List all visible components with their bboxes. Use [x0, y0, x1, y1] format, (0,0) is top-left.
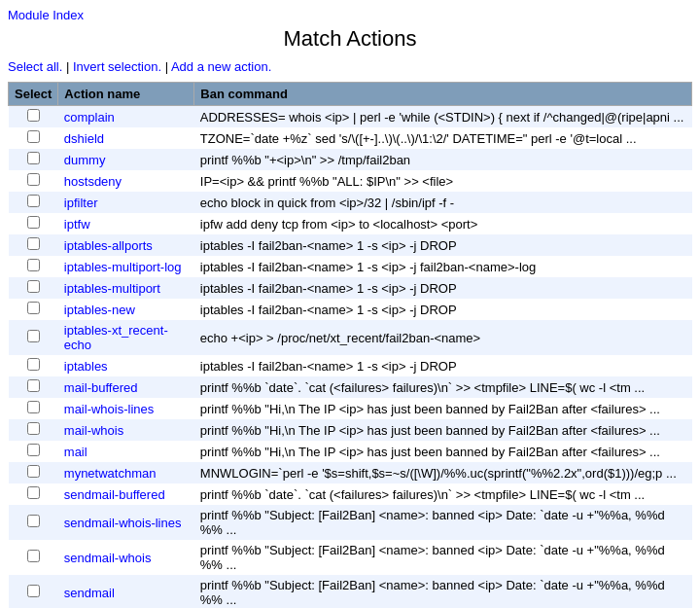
row-checkbox-cell	[9, 213, 58, 234]
action-name-link[interactable]: sendmail	[64, 586, 115, 600]
row-checkbox-cell	[9, 106, 58, 128]
table-header-row: Select Action name Ban command	[9, 83, 692, 106]
action-name-link[interactable]: mail-buffered	[64, 380, 138, 395]
row-checkbox[interactable]	[27, 109, 40, 122]
ban-command-cell: printf %%b "Subject: [Fail2Ban] <name>: …	[194, 505, 692, 540]
table-row: iptables-xt_recent-echoecho +<ip> > /pro…	[9, 320, 692, 355]
action-name-link[interactable]: mynetwatchman	[64, 466, 157, 481]
action-name-link[interactable]: iptables-multiport	[64, 281, 160, 296]
action-name-link[interactable]: dummy	[64, 153, 106, 167]
ban-command-cell: iptables -I fail2ban-<name> 1 -s <ip> -j…	[194, 355, 692, 376]
action-name-cell: iptables-multiport	[58, 277, 194, 299]
action-name-link[interactable]: dshield	[64, 131, 104, 146]
table-row: sendmailprintf %%b "Subject: [Fail2Ban] …	[9, 575, 692, 608]
ban-command-cell: iptables -I fail2ban-<name> 1 -s <ip> -j…	[194, 234, 692, 256]
action-name-cell: iptables	[58, 355, 194, 376]
table-row: iptfwipfw add deny tcp from <ip> to <loc…	[9, 213, 692, 234]
row-checkbox[interactable]	[27, 152, 40, 164]
action-name-link[interactable]: complain	[64, 110, 115, 125]
table-row: mynetwatchmanMNWLOGIN=`perl -e '$s=shift…	[9, 462, 692, 483]
action-name-link[interactable]: mail-whois	[64, 423, 123, 438]
row-checkbox[interactable]	[27, 302, 40, 314]
ban-command-cell: printf %%b `date`. `cat (<failures> fail…	[194, 483, 692, 505]
action-name-cell: sendmail-buffered	[58, 483, 194, 505]
table-row: sendmail-bufferedprintf %%b `date`. `cat…	[9, 483, 692, 505]
action-name-cell: sendmail	[58, 575, 194, 608]
row-checkbox-cell	[9, 170, 58, 192]
row-checkbox-cell	[9, 355, 58, 376]
row-checkbox-cell	[9, 299, 58, 320]
action-name-cell: iptables-multiport-log	[58, 256, 194, 277]
action-name-link[interactable]: iptfw	[64, 217, 90, 232]
action-name-link[interactable]: sendmail-whois	[64, 551, 152, 565]
action-name-link[interactable]: iptables-new	[64, 303, 135, 317]
row-checkbox-cell	[9, 419, 58, 441]
ban-command-cell: ipfw add deny tcp from <ip> to <localhos…	[194, 213, 692, 234]
row-checkbox[interactable]	[27, 280, 40, 293]
row-checkbox[interactable]	[27, 486, 40, 499]
table-row: hostsdenyIP=<ip> && printf %%b "ALL: $IP…	[9, 170, 692, 192]
top-add-new-link[interactable]: Add a new action.	[171, 59, 271, 74]
ban-command-cell: iptables -I fail2ban-<name> 1 -s <ip> -j…	[194, 277, 692, 299]
table-row: mailprintf %%b "Hi,\n The IP <ip> has ju…	[9, 441, 692, 462]
ban-command-cell: TZONE=`date +%z` sed 's/\([+-]..\)\(..\)…	[194, 127, 692, 149]
header-checkbox-cell: Select	[9, 83, 58, 106]
action-name-link[interactable]: iptables-multiport-log	[64, 260, 182, 274]
row-checkbox[interactable]	[27, 173, 40, 186]
ban-command-cell: iptables -I fail2ban-<name> 1 -s <ip> -j…	[194, 299, 692, 320]
top-invert-selection-link[interactable]: Invert selection.	[73, 59, 161, 74]
row-checkbox-cell	[9, 398, 58, 419]
row-checkbox[interactable]	[27, 237, 40, 250]
row-checkbox-cell	[9, 256, 58, 277]
action-name-cell: sendmail-whois-lines	[58, 505, 194, 540]
action-name-cell: iptfw	[58, 213, 194, 234]
row-checkbox[interactable]	[27, 216, 40, 229]
row-checkbox[interactable]	[27, 330, 40, 342]
action-name-link[interactable]: hostsdeny	[64, 174, 122, 189]
table-row: iptables-newiptables -I fail2ban-<name> …	[9, 299, 692, 320]
action-name-link[interactable]: iptables-xt_recent-echo	[64, 323, 168, 352]
page-title: Match Actions	[8, 26, 692, 52]
row-checkbox[interactable]	[27, 195, 40, 207]
ban-command-cell: printf %%b "Subject: [Fail2Ban] <name>: …	[194, 575, 692, 608]
row-checkbox[interactable]	[27, 130, 40, 143]
col-ban-command: Ban command	[194, 83, 692, 106]
row-checkbox[interactable]	[27, 550, 40, 562]
row-checkbox-cell	[9, 127, 58, 149]
action-name-cell: mynetwatchman	[58, 462, 194, 483]
table-row: mail-whoisprintf %%b "Hi,\n The IP <ip> …	[9, 419, 692, 441]
row-checkbox[interactable]	[27, 515, 40, 527]
action-name-cell: iptables-allports	[58, 234, 194, 256]
row-checkbox[interactable]	[27, 358, 40, 371]
ban-command-cell: printf %%b "Hi,\n The IP <ip> has just b…	[194, 398, 692, 419]
row-checkbox[interactable]	[27, 465, 40, 478]
action-name-cell: dummy	[58, 149, 194, 170]
row-checkbox[interactable]	[27, 444, 40, 456]
row-checkbox[interactable]	[27, 401, 40, 413]
action-name-cell: mail-whois	[58, 419, 194, 441]
row-checkbox[interactable]	[27, 259, 40, 271]
action-name-link[interactable]: sendmail-whois-lines	[64, 516, 182, 530]
row-checkbox-cell	[9, 540, 58, 575]
action-name-link[interactable]: ipfilter	[64, 196, 98, 210]
action-name-link[interactable]: iptables	[64, 359, 108, 374]
ban-command-cell: printf %%b `date`. `cat (<failures> fail…	[194, 376, 692, 398]
table-row: sendmail-whois-linesprintf %%b "Subject:…	[9, 505, 692, 540]
module-index-link[interactable]: Module Index	[8, 8, 84, 22]
action-name-link[interactable]: iptables-allports	[64, 238, 153, 253]
ban-command-cell: echo +<ip> > /proc/net/xt_recent/fail2ba…	[194, 320, 692, 355]
row-checkbox[interactable]	[27, 422, 40, 435]
ban-command-cell: IP=<ip> && printf %%b "ALL: $IP\n" >> <f…	[194, 170, 692, 192]
row-checkbox[interactable]	[27, 585, 40, 597]
select-label: Select	[15, 87, 52, 101]
row-checkbox[interactable]	[27, 379, 40, 392]
action-name-link[interactable]: sendmail-buffered	[64, 487, 165, 502]
ban-command-cell: echo block in quick from <ip>/32 | /sbin…	[194, 192, 692, 213]
table-row: iptables-multiportiptables -I fail2ban-<…	[9, 277, 692, 299]
top-select-all-link[interactable]: Select all.	[8, 59, 62, 74]
row-checkbox-cell	[9, 505, 58, 540]
table-row: iptables-multiport-logiptables -I fail2b…	[9, 256, 692, 277]
row-checkbox-cell	[9, 462, 58, 483]
action-name-link[interactable]: mail-whois-lines	[64, 402, 154, 416]
action-name-link[interactable]: mail	[64, 445, 88, 459]
